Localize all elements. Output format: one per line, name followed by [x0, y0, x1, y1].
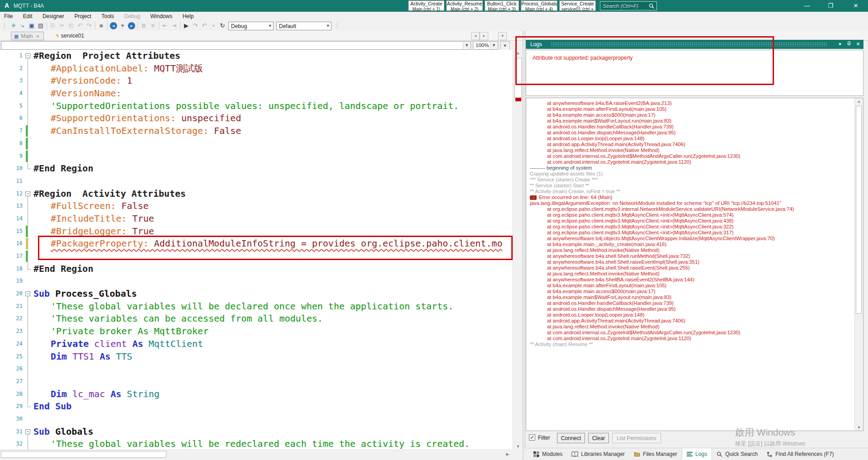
tab-quick-search[interactable]: Quick Search — [712, 448, 762, 460]
export-icon[interactable]: ▤ — [36, 21, 45, 30]
log-entry[interactable]: at android.app.ActivityThread.main(Activ… — [526, 318, 853, 324]
code-line[interactable]: 23'Private broker As MqttBroker — [0, 325, 513, 338]
fold-collapse-icon[interactable]: − — [25, 53, 30, 58]
log-entry[interactable]: Copying updated assets files (1) — [526, 171, 853, 177]
tab-scroll-right-icon[interactable]: ▸ — [480, 32, 488, 40]
editor-horizontal-scrollbar[interactable]: ▶ — [0, 450, 513, 459]
scrollbar-thumb[interactable] — [1, 451, 166, 458]
close-tab-icon[interactable]: ✕ — [36, 34, 39, 39]
log-entry[interactable]: at org.eclipse.paho.client.mqttv3.intern… — [526, 206, 853, 212]
log-entry[interactable]: *** Service (starter) Create *** — [526, 177, 853, 183]
minimize-button[interactable]: — — [797, 0, 816, 12]
logs-vertical-scrollbar[interactable]: ▲ ▼ — [854, 98, 863, 431]
connect-button[interactable]: Connect — [557, 433, 585, 443]
save-icon[interactable]: ▣ — [27, 21, 36, 30]
tab-list-dropdown-icon[interactable]: ▾ — [498, 32, 507, 40]
code-line[interactable]: 14#IncludeTitle: True — [0, 213, 513, 225]
log-entry[interactable]: at com.android.internal.os.ZygoteInit$Me… — [526, 330, 853, 336]
log-entry[interactable]: at com.android.internal.os.ZygoteInit$Me… — [526, 153, 853, 159]
log-entry[interactable]: at org.eclipse.paho.client.mqttv3.MqttAs… — [526, 212, 853, 218]
stop-icon[interactable]: ■ — [97, 21, 106, 30]
code-line[interactable]: 18#End Region — [0, 263, 513, 275]
quick-button-process-globals[interactable]: Process_GlobalsMain (ctrl + 4) — [521, 0, 557, 11]
panel-splitter[interactable] — [523, 31, 525, 460]
indent-icon[interactable]: ⇥ — [170, 21, 179, 30]
menu-project[interactable]: Project — [70, 12, 95, 19]
log-entry[interactable]: at anywheresoftware.b4a.ShellBA.raiseEve… — [526, 277, 853, 283]
menu-windows[interactable]: Windows — [146, 12, 177, 19]
run-icon[interactable]: ▶ — [182, 21, 191, 30]
restore-button[interactable]: ❐ — [821, 0, 840, 12]
code-line[interactable]: 19 — [0, 275, 513, 288]
member-navigation-combo[interactable]: ▼ — [1, 41, 471, 50]
code-line[interactable]: 9 — [0, 150, 513, 163]
code-line[interactable]: 26 — [0, 363, 513, 375]
scroll-up-icon[interactable]: ▲ — [855, 99, 863, 104]
tab-libraries-manager[interactable]: Libraries Manager — [567, 448, 629, 460]
quick-button-button1-click[interactable]: Button1_ClickMain (ctrl + 3) — [485, 0, 519, 11]
tab-main[interactable]: ▦Main✕ — [11, 32, 44, 40]
code-line[interactable]: 20−Sub Process_Globals — [0, 288, 513, 300]
close-panel-icon[interactable]: ✕ — [854, 41, 862, 47]
tab-modules[interactable]: Modules — [529, 448, 567, 460]
comment-icon[interactable]: ≣ — [139, 21, 148, 30]
log-entry[interactable]: at java.lang.reflect.Method.invoke(Nativ… — [526, 324, 853, 330]
copy-icon[interactable]: ⎘ — [48, 21, 57, 30]
quick-button-service-create[interactable]: Service_Createservice01 (ctrl + 5) — [559, 0, 596, 11]
log-entry[interactable]: at android.app.ActivityThread.main(Activ… — [526, 142, 853, 147]
code-line[interactable]: 32'These global variables will be redecl… — [0, 438, 513, 450]
fold-collapse-icon[interactable]: − — [25, 191, 30, 196]
menu-designer[interactable]: Designer — [38, 12, 68, 19]
navigate-back-icon[interactable]: ◂ — [110, 22, 117, 29]
undo-icon[interactable]: ↶ — [75, 21, 85, 30]
log-entry[interactable]: at android.os.Handler.handleCallback(Han… — [526, 124, 853, 130]
log-entry[interactable]: at com.android.internal.os.ZygoteInit.ma… — [526, 159, 853, 165]
chevron-down-icon[interactable]: ▾ — [836, 41, 844, 47]
code-line[interactable]: 30 — [0, 413, 513, 426]
code-line[interactable]: 1−#Region Project Attributes — [0, 50, 513, 62]
code-line[interactable]: 10#End Region — [0, 162, 513, 175]
log-entry[interactable]: ** Activity (main) Resume ** — [526, 341, 853, 347]
error-position-marker[interactable] — [515, 98, 521, 101]
editor-vertical-scrollbar[interactable]: ▲ ▼ — [513, 50, 523, 450]
code-line[interactable]: 28Dim lc_mac As String — [0, 388, 513, 401]
menu-tools[interactable]: Tools — [97, 12, 118, 19]
code-line[interactable]: 4#VersionName: — [0, 87, 513, 100]
code-line[interactable]: 27 — [0, 375, 513, 388]
scroll-right-icon[interactable]: ▶ — [504, 452, 512, 456]
log-entry[interactable]: at anywheresoftware.b4j.objects.MqttAsyn… — [526, 236, 853, 242]
debug-mode-combo[interactable]: Debug▼ — [228, 22, 274, 30]
tab-files-manager[interactable]: Files Manager — [629, 448, 682, 460]
code-line[interactable]: 3#VersionCode: 1 — [0, 75, 513, 87]
code-line[interactable]: 7#CanInstallToExternalStorage: False — [0, 125, 513, 138]
quick-button-activity-resume[interactable]: Activity_ResumeMain (ctrl + 2) — [446, 0, 483, 11]
code-line[interactable]: 22'These variables can be accessed from … — [0, 313, 513, 325]
nav-drop-icon[interactable]: ▾ — [118, 21, 127, 30]
clear-button[interactable]: Clear — [588, 433, 609, 443]
pause-icon[interactable]: ▪ — [209, 21, 218, 30]
log-entry[interactable]: →Error occurred on line: 64 (Main) — [526, 194, 853, 200]
log-entry[interactable]: ** Activity (main) Create, isFirst = tru… — [526, 189, 853, 194]
uncomment-icon[interactable]: ≡ — [148, 21, 157, 30]
fold-collapse-icon[interactable]: − — [25, 291, 30, 296]
log-entry[interactable]: at android.os.Looper.loop(Looper.java:14… — [526, 136, 853, 142]
search-input[interactable] — [602, 2, 647, 10]
editor-zoom-combo[interactable]: 100%▼ — [473, 41, 498, 50]
menu-debug[interactable]: Debug — [120, 12, 144, 19]
code-line[interactable]: 5'SupportedOrientations possible values:… — [0, 100, 513, 113]
recompile-icon[interactable]: ↻ — [218, 21, 227, 30]
log-entry[interactable]: at java.lang.reflect.Method.invoke(Nativ… — [526, 147, 853, 153]
log-entry[interactable]: at b4a.example.main$WaitForLayout.run(ma… — [526, 294, 853, 300]
log-entry[interactable]: java.lang.IllegalArgumentException: no N… — [526, 200, 853, 206]
new-project-icon[interactable]: ✳ — [9, 21, 18, 30]
log-entry[interactable]: at anywheresoftware.b4a.BA.raiseEvent2(B… — [526, 100, 853, 106]
code-line[interactable]: 24Private client As MqttClient — [0, 338, 513, 351]
log-entry[interactable]: at b4a.example.main._activity_create(mai… — [526, 242, 853, 247]
log-entry[interactable]: at b4a.example.main$WaitForLayout.run(ma… — [526, 118, 853, 124]
editor-split-dropdown-icon[interactable]: ▼ — [500, 41, 510, 51]
list-permissions-button[interactable]: List Permissions — [612, 433, 661, 443]
fold-collapse-icon[interactable]: − — [25, 429, 30, 434]
grip-icon[interactable]: ⋮ — [0, 21, 9, 30]
log-entry[interactable]: at anywheresoftware.b4a.shell.Shell.rais… — [526, 265, 853, 271]
outdent-icon[interactable]: ⇤ — [160, 21, 170, 30]
